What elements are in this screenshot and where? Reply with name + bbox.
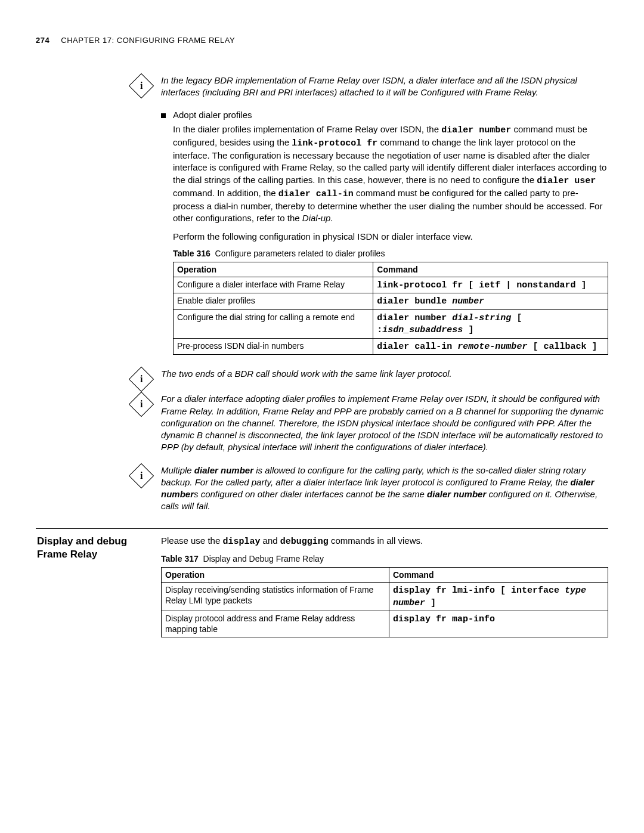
bullet-icon — [161, 113, 166, 118]
table-cell: dialer number dial-string [ :isdn_subadd… — [373, 309, 608, 338]
table-cell: Pre-process ISDN dial-in numbers — [174, 338, 373, 355]
table-cell: dialer bundle number — [373, 293, 608, 310]
table-cell: Configure the dial string for calling a … — [174, 309, 373, 338]
table-cell: Enable dialer profiles — [174, 293, 373, 310]
bullet-text: Adopt dialer profiles — [173, 110, 252, 120]
table-display-debug: Operation Command Display receiving/send… — [161, 567, 608, 637]
info-icon: i — [129, 73, 154, 98]
table-cell: link-protocol fr [ ietf | nonstandard ] — [373, 277, 608, 293]
page-header: 274 CHAPTER 17: CONFIGURING FRAME RELAY — [36, 36, 608, 45]
table-header: Command — [389, 567, 608, 582]
table-header: Command — [373, 262, 608, 277]
table-dialer-profiles: Operation Command Configure a dialer int… — [173, 262, 608, 355]
table-cell: display fr lmi-info [ interface type num… — [389, 583, 608, 611]
info-icon: i — [129, 367, 154, 392]
note-text: The two ends of a BDR call should work w… — [161, 368, 608, 380]
chapter-title: CHAPTER 17: CONFIGURING FRAME RELAY — [61, 36, 235, 45]
body-paragraph: Perform the following configuration in p… — [173, 231, 608, 243]
table-header: Operation — [162, 567, 389, 582]
table-cell: display fr map-info — [389, 611, 608, 637]
table-caption: Table 317 Display and Debug Frame Relay — [161, 554, 608, 563]
section-heading: Display and debug Frame Relay — [37, 535, 127, 561]
info-icon: i — [129, 463, 154, 488]
table-cell: Configure a dialer interface with Frame … — [174, 277, 373, 293]
info-icon: i — [129, 392, 154, 417]
table-cell: dialer call-in remote-number [ callback … — [373, 338, 608, 355]
body-paragraph: Please use the display and debugging com… — [161, 535, 608, 548]
table-cell: Display protocol address and Frame Relay… — [162, 611, 389, 637]
page-number: 274 — [36, 36, 49, 45]
table-cell: Display receiving/sending statistics inf… — [162, 583, 389, 611]
note-text: Multiple dialer number is allowed to con… — [161, 465, 608, 513]
table-header: Operation — [174, 262, 373, 277]
body-paragraph: In the dialer profiles implementation of… — [173, 123, 608, 225]
note-text: For a dialer interface adopting dialer p… — [161, 393, 608, 453]
note-text: In the legacy BDR implementation of Fram… — [161, 75, 608, 99]
table-caption: Table 316 Configure parameters related t… — [173, 249, 608, 258]
